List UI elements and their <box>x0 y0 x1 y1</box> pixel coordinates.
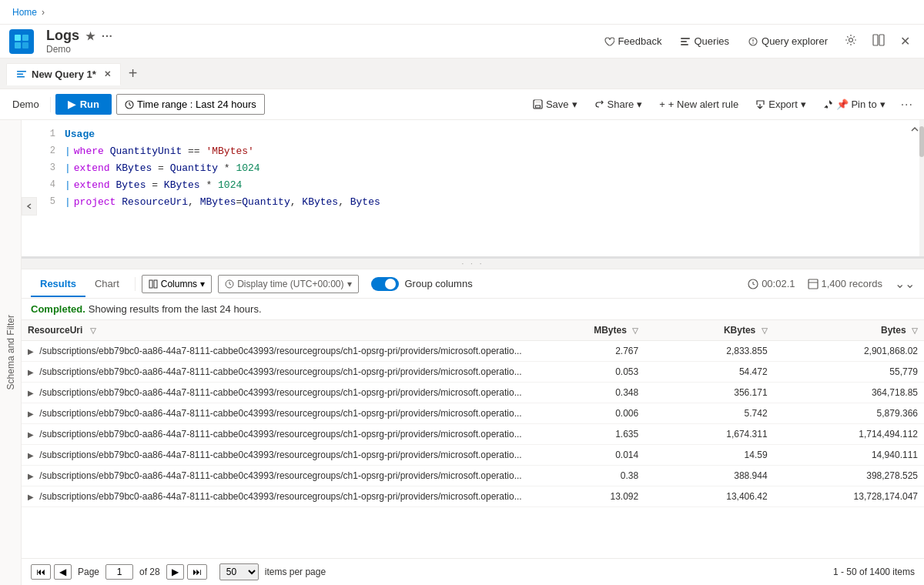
columns-icon <box>149 279 158 289</box>
row-expand-icon[interactable]: ▶ <box>28 389 34 397</box>
new-alert-button[interactable]: + + New alert rule <box>653 95 745 113</box>
cell-mbytes: 0.006 <box>537 403 645 424</box>
editor-scrollbar-thumb[interactable] <box>919 126 924 157</box>
filter-resourceuri-icon[interactable]: ▽ <box>90 326 96 335</box>
columns-button[interactable]: Columns ▾ <box>142 275 212 293</box>
cell-resourceuri: ▶ /subscriptions/ebb79bc0-aa86-44a7-8111… <box>22 466 537 486</box>
filter-kbytes-icon[interactable]: ▽ <box>762 326 768 335</box>
items-per-page-label: items per page <box>265 567 326 577</box>
status-bar: Completed. Showing results from the last… <box>22 299 924 320</box>
page-label: Page <box>78 567 99 577</box>
last-page-button[interactable]: ⏭ <box>187 564 207 580</box>
tab-divider <box>135 277 136 291</box>
close-button[interactable]: ✕ <box>896 31 915 52</box>
new-query-tab[interactable]: New Query 1* ✕ <box>6 63 121 85</box>
editor-scrollbar <box>919 120 924 259</box>
cell-bytes: 14,940.111 <box>774 445 924 466</box>
filter-mbytes-icon[interactable]: ▽ <box>632 326 638 335</box>
row-expand-icon[interactable]: ▶ <box>28 347 34 356</box>
row-expand-icon[interactable]: ▶ <box>28 430 34 439</box>
prev-page-button[interactable]: ◀ <box>54 564 72 580</box>
layout-button[interactable] <box>868 31 889 52</box>
items-per-page-select[interactable]: 50 100 200 <box>219 563 259 580</box>
cell-kbytes: 356.171 <box>644 383 773 403</box>
export-button[interactable]: Export ▾ <box>749 95 812 113</box>
more-options-button[interactable]: ··· <box>896 95 918 115</box>
svg-rect-18 <box>535 100 541 103</box>
table-body: ▶ /subscriptions/ebb79bc0-aa86-44a7-8111… <box>22 341 924 507</box>
cell-resourceuri: ▶ /subscriptions/ebb79bc0-aa86-44a7-8111… <box>22 341 537 362</box>
collapse-left-button[interactable] <box>22 197 37 216</box>
svg-rect-4 <box>681 38 690 39</box>
pin-icon <box>823 99 833 109</box>
tab-close-icon[interactable]: ✕ <box>104 69 111 79</box>
queries-button[interactable]: Queries <box>674 32 735 50</box>
svg-point-10 <box>849 38 853 42</box>
row-expand-icon[interactable]: ▶ <box>28 368 34 376</box>
table-row: ▶ /subscriptions/ebb79bc0-aa86-44a7-8111… <box>22 466 924 486</box>
time-range-button[interactable]: Time range : Last 24 hours <box>116 94 265 115</box>
first-page-button[interactable]: ⏮ <box>31 564 51 580</box>
code-line-4: 4 | extend Bytes = KBytes * 1024 <box>40 177 921 194</box>
svg-rect-21 <box>149 280 152 288</box>
query-explorer-button[interactable]: Query explorer <box>742 32 834 50</box>
row-expand-icon[interactable]: ▶ <box>28 472 34 480</box>
cell-kbytes: 13,406.42 <box>644 486 773 507</box>
cell-mbytes: 1.635 <box>537 424 645 445</box>
logs-icon <box>13 33 30 50</box>
svg-rect-6 <box>681 44 688 45</box>
table-row: ▶ /subscriptions/ebb79bc0-aa86-44a7-8111… <box>22 362 924 383</box>
tab-chart[interactable]: Chart <box>85 272 129 296</box>
code-editor: 1 Usage 2 | where QuantityUnit == 'MByte… <box>22 120 924 259</box>
cell-bytes: 2,901,868.02 <box>774 341 924 362</box>
group-columns-toggle-area: Group columns <box>371 277 473 291</box>
settings-button[interactable] <box>840 31 862 52</box>
more-options-icon[interactable]: ··· <box>102 30 113 42</box>
cell-kbytes: 14.59 <box>644 445 773 466</box>
cell-mbytes: 0.348 <box>537 383 645 403</box>
resize-handle[interactable]: · · · <box>22 259 924 269</box>
next-page-button[interactable]: ▶ <box>166 564 184 580</box>
code-line-2: 2 | where QuantityUnit == 'MBytes' <box>40 143 921 160</box>
feedback-button[interactable]: Feedback <box>598 32 668 50</box>
table-row: ▶ /subscriptions/ebb79bc0-aa86-44a7-8111… <box>22 403 924 424</box>
page-number-input[interactable] <box>105 564 133 580</box>
row-expand-icon[interactable]: ▶ <box>28 410 34 418</box>
cell-resourceuri: ▶ /subscriptions/ebb79bc0-aa86-44a7-8111… <box>22 445 537 466</box>
filter-bytes-icon[interactable]: ▽ <box>912 326 918 335</box>
clock-small-icon <box>225 279 234 289</box>
group-columns-label: Group columns <box>405 278 473 289</box>
svg-point-9 <box>752 42 754 44</box>
status-detail: Showing results from the last 24 hours. <box>89 303 262 315</box>
tab-results[interactable]: Results <box>31 272 85 297</box>
row-expand-icon[interactable]: ▶ <box>28 451 34 460</box>
cell-bytes: 5,879.366 <box>774 403 924 424</box>
home-link[interactable]: Home <box>12 7 37 18</box>
results-tab-bar: Results Chart Columns ▾ Display time (UT… <box>22 269 924 299</box>
cell-bytes: 1,714,494.112 <box>774 424 924 445</box>
svg-rect-22 <box>154 280 157 288</box>
col-header-bytes: Bytes ▽ <box>774 320 924 341</box>
save-button[interactable]: Save ▾ <box>527 95 584 113</box>
tab-label: New Query 1* <box>32 69 96 80</box>
workspace-label: Demo <box>6 99 45 110</box>
heart-icon <box>604 36 614 47</box>
breadcrumb-separator: › <box>42 7 45 18</box>
schema-sidebar[interactable]: Schema and Filter <box>0 120 22 585</box>
pin-to-button[interactable]: 📌 Pin to ▾ <box>817 95 892 113</box>
app-header: Logs ★ ··· Demo Feedback Queries Query e… <box>0 25 924 58</box>
row-expand-icon[interactable]: ▶ <box>28 493 34 501</box>
favorite-icon[interactable]: ★ <box>85 30 95 42</box>
share-button[interactable]: Share ▾ <box>588 95 649 113</box>
table-row: ▶ /subscriptions/ebb79bc0-aa86-44a7-8111… <box>22 445 924 466</box>
add-tab-button[interactable]: + <box>121 62 146 85</box>
group-columns-toggle[interactable] <box>371 277 399 291</box>
display-time-button[interactable]: Display time (UTC+00:00) ▾ <box>218 275 358 293</box>
svg-rect-11 <box>873 35 878 45</box>
table-icon <box>808 279 819 289</box>
expand-results-button[interactable]: ⌄⌄ <box>895 276 915 291</box>
cell-mbytes: 0.38 <box>537 466 645 486</box>
run-button[interactable]: ▶ Run <box>55 94 112 115</box>
table-container[interactable]: ResourceUri ▽ MBytes ▽ KBytes ▽ <box>22 320 924 558</box>
queries-icon <box>680 36 691 47</box>
